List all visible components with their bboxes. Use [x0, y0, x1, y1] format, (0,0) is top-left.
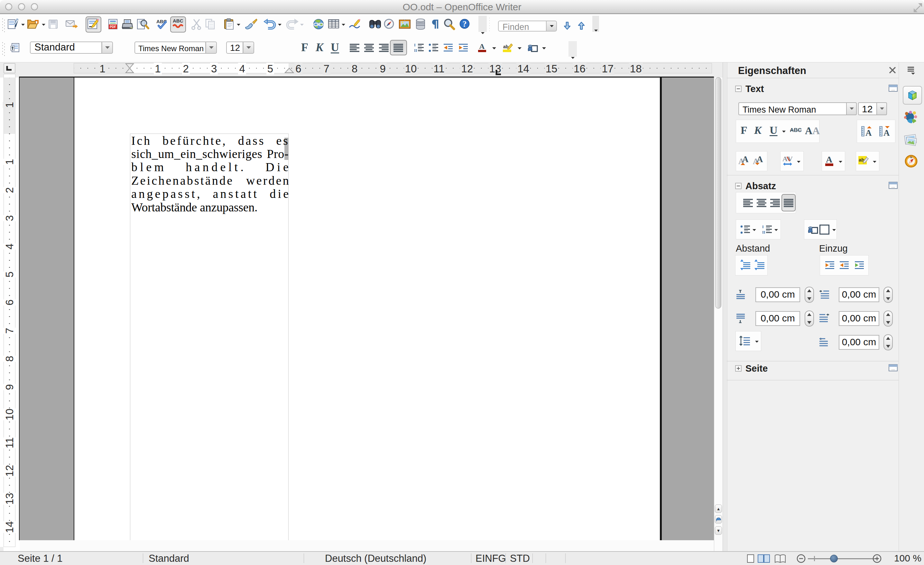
- svg-text:A: A: [783, 155, 788, 163]
- svg-text:A: A: [884, 128, 890, 138]
- svg-text:...: ...: [891, 87, 895, 91]
- svg-text:A: A: [826, 154, 832, 165]
- svg-text:...: ...: [891, 366, 895, 371]
- svg-text:ABC: ABC: [173, 18, 183, 24]
- svg-text:A: A: [742, 154, 748, 164]
- svg-text:A: A: [479, 42, 485, 51]
- svg-text:II: II: [414, 48, 417, 53]
- svg-text:I: I: [762, 225, 764, 229]
- svg-text:PDF: PDF: [110, 25, 116, 28]
- svg-text:?: ?: [463, 19, 467, 28]
- svg-text:II: II: [762, 230, 765, 235]
- svg-text:N: N: [910, 156, 912, 159]
- svg-text:...: ...: [891, 184, 895, 189]
- svg-text:I: I: [414, 43, 416, 47]
- svg-text:A: A: [866, 128, 872, 138]
- svg-text:A: A: [757, 154, 763, 164]
